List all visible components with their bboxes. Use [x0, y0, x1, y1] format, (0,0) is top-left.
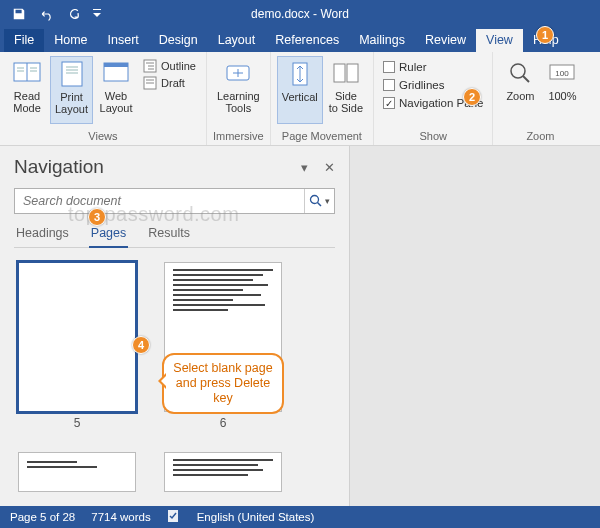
- ribbon: Read Mode Print Layout Web Layout Outlin…: [0, 52, 600, 146]
- undo-button[interactable]: [34, 3, 60, 25]
- nav-close-icon[interactable]: ✕: [324, 160, 335, 175]
- body-area: Navigation ▾ ✕ ▾ Headings Pages Results …: [0, 146, 600, 506]
- print-layout-icon: [57, 59, 87, 89]
- vertical-label: Vertical: [282, 91, 318, 103]
- svg-rect-22: [347, 64, 358, 82]
- nav-tab-results[interactable]: Results: [146, 222, 192, 247]
- zoom-100-button[interactable]: 100 100%: [543, 56, 581, 124]
- tab-insert[interactable]: Insert: [98, 29, 149, 52]
- ribbon-group-page-movement: Vertical Side to Side Page Movement: [271, 52, 374, 145]
- quick-access-toolbar: [0, 3, 104, 25]
- svg-rect-21: [334, 64, 345, 82]
- web-layout-icon: [101, 58, 131, 88]
- outline-button[interactable]: Outline: [139, 58, 200, 74]
- zoom-100-icon: 100: [547, 58, 577, 88]
- navigation-subtabs: Headings Pages Results 3: [14, 222, 335, 248]
- tab-view[interactable]: View: [476, 29, 523, 52]
- outline-label: Outline: [161, 60, 196, 72]
- svg-rect-6: [62, 62, 82, 86]
- tab-design[interactable]: Design: [149, 29, 208, 52]
- ribbon-group-page-movement-label: Page Movement: [277, 128, 367, 145]
- page-thumbnail-5[interactable]: [18, 262, 136, 412]
- read-mode-button[interactable]: Read Mode: [6, 56, 48, 124]
- svg-line-24: [523, 76, 529, 82]
- outline-icon: [143, 59, 157, 73]
- ribbon-group-immersive-label: Immersive: [213, 128, 264, 145]
- window-title: demo.docx - Word: [251, 7, 349, 21]
- gridlines-label: Gridlines: [399, 79, 444, 91]
- status-page[interactable]: Page 5 of 28: [10, 511, 75, 523]
- ribbon-tabs: File Home Insert Design Layout Reference…: [0, 28, 600, 52]
- draft-label: Draft: [161, 77, 185, 89]
- tab-home[interactable]: Home: [44, 29, 97, 52]
- nav-tab-headings[interactable]: Headings: [14, 222, 71, 247]
- zoom-label: Zoom: [506, 90, 534, 102]
- ribbon-group-zoom-label: Zoom: [499, 128, 581, 145]
- page-thumbnail-8[interactable]: [164, 452, 282, 492]
- navigation-search[interactable]: ▾: [14, 188, 335, 214]
- zoom-100-label: 100%: [548, 90, 576, 102]
- ribbon-group-immersive: Learning Tools Immersive: [207, 52, 271, 145]
- search-icon[interactable]: ▾: [304, 189, 334, 213]
- learning-tools-label: Learning Tools: [217, 90, 260, 114]
- side-to-side-button[interactable]: Side to Side: [325, 56, 367, 124]
- side-to-side-label: Side to Side: [329, 90, 363, 114]
- search-input[interactable]: [15, 189, 304, 213]
- side-to-side-icon: [331, 58, 361, 88]
- ribbon-group-views: Read Mode Print Layout Web Layout Outlin…: [0, 52, 207, 145]
- page-number-6: 6: [220, 416, 227, 430]
- nav-dropdown-icon[interactable]: ▾: [301, 160, 308, 175]
- web-layout-button[interactable]: Web Layout: [95, 56, 137, 124]
- ruler-checkbox[interactable]: Ruler: [380, 60, 486, 74]
- navigation-title: Navigation: [14, 156, 104, 178]
- ruler-label: Ruler: [399, 61, 426, 73]
- ribbon-group-views-label: Views: [6, 128, 200, 145]
- print-layout-button[interactable]: Print Layout: [50, 56, 93, 124]
- draft-button[interactable]: Draft: [139, 75, 200, 91]
- ribbon-group-show-label: Show: [380, 128, 486, 145]
- print-layout-label: Print Layout: [55, 91, 88, 115]
- checkbox-unchecked-icon: [383, 61, 395, 73]
- save-button[interactable]: [6, 3, 32, 25]
- svg-point-27: [311, 196, 319, 204]
- callout-marker-3: 3: [88, 208, 106, 226]
- svg-rect-11: [104, 63, 128, 67]
- vertical-button[interactable]: Vertical: [277, 56, 323, 124]
- draft-icon: [143, 76, 157, 90]
- tab-mailings[interactable]: Mailings: [349, 29, 415, 52]
- page-thumbnail-grid: 5 6 4 Select blank page and press Delete…: [14, 258, 335, 500]
- redo-button[interactable]: [62, 3, 88, 25]
- title-bar: demo.docx - Word: [0, 0, 600, 28]
- svg-line-28: [318, 203, 322, 207]
- tab-file[interactable]: File: [4, 29, 44, 52]
- vertical-icon: [285, 59, 315, 89]
- read-mode-label: Read Mode: [13, 90, 41, 114]
- tab-layout[interactable]: Layout: [208, 29, 266, 52]
- zoom-button[interactable]: Zoom: [499, 56, 541, 124]
- callout-marker-2: 2: [463, 88, 481, 106]
- document-area[interactable]: [350, 146, 600, 506]
- checkbox-unchecked-icon: [383, 79, 395, 91]
- read-mode-icon: [12, 58, 42, 88]
- tab-review[interactable]: Review: [415, 29, 476, 52]
- callout-marker-4: 4: [132, 336, 150, 354]
- instruction-callout: Select blank page and press Delete key: [162, 353, 284, 414]
- qat-customize-button[interactable]: [90, 3, 104, 25]
- status-bar: Page 5 of 28 7714 words English (United …: [0, 506, 600, 528]
- svg-point-23: [511, 64, 525, 78]
- page-thumbnail-7[interactable]: [18, 452, 136, 492]
- learning-tools-button[interactable]: Learning Tools: [213, 56, 264, 124]
- status-language[interactable]: English (United States): [197, 511, 315, 523]
- zoom-icon: [505, 58, 535, 88]
- checkbox-checked-icon: ✓: [383, 97, 395, 109]
- callout-marker-1: 1: [536, 26, 554, 44]
- svg-text:100: 100: [556, 69, 570, 78]
- tab-references[interactable]: References: [265, 29, 349, 52]
- navigation-pane: Navigation ▾ ✕ ▾ Headings Pages Results …: [0, 146, 350, 506]
- page-number-5: 5: [74, 416, 81, 430]
- ribbon-group-zoom: Zoom 100 100% Zoom: [493, 52, 587, 145]
- learning-tools-icon: [223, 58, 253, 88]
- status-word-count[interactable]: 7714 words: [91, 511, 150, 523]
- status-proofing-icon[interactable]: [167, 509, 181, 525]
- web-layout-label: Web Layout: [100, 90, 133, 114]
